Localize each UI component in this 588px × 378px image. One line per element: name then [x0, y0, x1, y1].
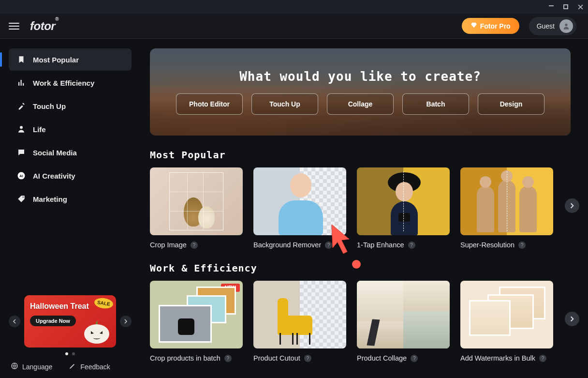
sidebar-item-label: Touch Up	[33, 102, 66, 110]
card-super-resolution[interactable]: Super-Resolution?	[460, 167, 553, 249]
card-label: 1-Tap Enhance	[357, 241, 404, 249]
svg-point-4	[23, 197, 24, 197]
menu-button[interactable]	[9, 23, 19, 30]
upgrade-pro-button[interactable]: Fotor Pro	[462, 18, 519, 34]
window-close[interactable]	[577, 4, 583, 10]
card-1tap-enhance[interactable]: 1-Tap Enhance?	[357, 167, 450, 249]
card-label: Add Watermarks in Bulk	[460, 354, 535, 362]
work-grid: NEW Crop products in batch? Product Cuto…	[150, 281, 571, 362]
language-button[interactable]: Language	[11, 362, 52, 371]
card-label: Super-Resolution	[460, 241, 514, 249]
card-label: Background Remover	[253, 241, 321, 249]
card-crop-products-batch[interactable]: NEW Crop products in batch?	[150, 281, 243, 362]
card-add-watermarks-bulk[interactable]: Add Watermarks in Bulk?	[460, 281, 553, 362]
account-label: Guest	[537, 22, 555, 30]
language-label: Language	[22, 363, 52, 371]
feedback-button[interactable]: Feedback	[69, 362, 110, 371]
help-icon[interactable]: ?	[224, 355, 232, 362]
section-title-work: Work & Efficiency	[150, 262, 571, 274]
diamond-icon	[470, 22, 477, 30]
promo-card[interactable]: SALE Halloween Treat Upgrade Now	[24, 295, 116, 348]
card-thumb	[357, 281, 450, 348]
sidebar-item-marketing[interactable]: Marketing	[9, 188, 132, 210]
sidebar-item-ai-creativity[interactable]: AI AI Creativity	[9, 165, 132, 187]
help-icon[interactable]: ?	[304, 355, 311, 362]
card-thumb	[150, 167, 243, 235]
bookmark-icon	[16, 55, 26, 64]
help-icon[interactable]: ?	[518, 242, 526, 249]
svg-point-0	[565, 23, 567, 26]
promo-cta: Upgrade Now	[30, 316, 76, 326]
card-thumb	[460, 281, 553, 348]
sidebar-item-social-media[interactable]: Social Media	[9, 141, 132, 164]
pencil-icon	[69, 362, 76, 371]
sidebar-item-life[interactable]: Life	[9, 118, 132, 140]
sidebar-item-label: Life	[33, 125, 46, 134]
sidebar: Most Popular Work & Efficiency Touch Up …	[0, 39, 140, 378]
brand-name: fotor	[30, 19, 55, 32]
tag-icon	[16, 194, 26, 204]
sidebar-footer: Language Feedback	[9, 355, 132, 371]
hero-design-button[interactable]: Design	[478, 93, 544, 115]
svg-point-1	[20, 126, 23, 129]
promo-prev-button[interactable]	[9, 316, 20, 327]
sidebar-item-touch-up[interactable]: Touch Up	[9, 95, 132, 117]
help-icon[interactable]: ?	[325, 242, 332, 249]
popular-grid: Crop Image? Background Remover? 1-Tap En…	[150, 167, 571, 249]
person-icon	[16, 124, 26, 134]
app-header: fotor® Fotor Pro Guest	[0, 14, 588, 39]
bars-icon	[16, 78, 26, 88]
account-button[interactable]: Guest	[529, 17, 576, 35]
card-product-collage[interactable]: Product Collage?	[357, 281, 450, 362]
popular-next-button[interactable]	[565, 198, 579, 213]
svg-point-5	[84, 324, 109, 344]
window-titlebar	[0, 0, 588, 14]
sidebar-item-label: Marketing	[33, 195, 67, 203]
promo-carousel: SALE Halloween Treat Upgrade Now	[9, 295, 132, 348]
ai-icon: AI	[16, 171, 26, 181]
sidebar-item-label: Most Popular	[33, 56, 79, 64]
help-icon[interactable]: ?	[539, 355, 546, 362]
brand-registered: ®	[55, 16, 59, 22]
card-thumb: NEW	[150, 281, 243, 348]
help-icon[interactable]: ?	[408, 242, 415, 249]
window-maximize[interactable]	[563, 4, 569, 10]
sidebar-item-work-efficiency[interactable]: Work & Efficiency	[9, 72, 132, 94]
hero-batch-button[interactable]: Batch	[402, 93, 469, 115]
card-label: Crop products in batch	[150, 354, 220, 362]
work-next-button[interactable]	[565, 312, 579, 326]
wand-icon	[16, 101, 26, 111]
card-label: Crop Image	[150, 241, 187, 249]
brand-logo[interactable]: fotor®	[30, 19, 59, 33]
card-thumb	[253, 167, 346, 235]
card-background-remover[interactable]: Background Remover?	[253, 167, 346, 249]
avatar-icon	[559, 19, 573, 33]
help-icon[interactable]: ?	[411, 355, 418, 362]
card-product-cutout[interactable]: Product Cutout?	[253, 281, 346, 362]
svg-text:AI: AI	[19, 174, 23, 178]
hero-touch-up-button[interactable]: Touch Up	[251, 93, 318, 115]
main-content: What would you like to create? Photo Edi…	[140, 39, 588, 378]
card-label: Product Collage	[357, 354, 407, 362]
promo-next-button[interactable]	[120, 316, 132, 327]
card-crop-image[interactable]: Crop Image?	[150, 167, 243, 249]
section-title-popular: Most Popular	[150, 149, 571, 161]
hero-photo-editor-button[interactable]: Photo Editor	[176, 93, 243, 115]
chat-icon	[16, 148, 26, 157]
window-minimize[interactable]	[548, 4, 554, 10]
upgrade-pro-label: Fotor Pro	[480, 22, 511, 30]
globe-icon	[11, 362, 18, 371]
hero-collage-button[interactable]: Collage	[327, 93, 394, 115]
feedback-label: Feedback	[80, 363, 110, 371]
sidebar-item-label: AI Creativity	[33, 172, 75, 180]
card-label: Product Cutout	[253, 354, 300, 362]
hero-title: What would you like to create?	[239, 69, 481, 84]
sidebar-nav: Most Popular Work & Efficiency Touch Up …	[9, 48, 132, 210]
pumpkin-icon	[81, 315, 112, 346]
sidebar-item-most-popular[interactable]: Most Popular	[9, 48, 132, 71]
help-icon[interactable]: ?	[191, 242, 198, 249]
card-thumb	[460, 167, 553, 235]
hero-banner: What would you like to create? Photo Edi…	[150, 48, 571, 136]
card-thumb	[253, 281, 346, 348]
sidebar-item-label: Work & Efficiency	[33, 79, 94, 87]
